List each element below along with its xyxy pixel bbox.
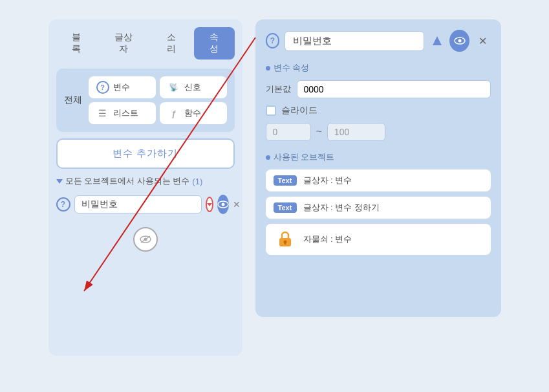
right-help-icon[interactable]: ? [266,33,280,49]
tab-sound[interactable]: 소리 [151,27,191,60]
dropdown-arrow-icon [207,203,212,206]
category-variable-label: 변수 [113,82,130,93]
range-min-input[interactable] [266,123,311,141]
eye-icon [217,201,229,208]
collapse-icon [56,179,63,184]
range-max-input[interactable] [327,123,385,141]
section-header-text: 모든 오브젝트에서 사용되는 변수 [65,175,190,187]
slide-checkbox[interactable] [266,105,276,116]
category-func-label: 함수 [184,107,201,119]
var-properties-section: 변수 속성 [266,62,491,74]
bottom-eye-icon [140,235,151,243]
default-value-row: 기본값 [266,80,491,98]
list-icon: ☰ [96,107,109,120]
used-item-3-badge [274,229,297,250]
right-panel: ? ✕ 변수 속성 기본값 [255,19,501,317]
right-variable-name-input[interactable] [285,31,424,51]
default-value-label: 기본값 [266,83,292,95]
lock-icon [275,229,295,248]
category-signal-label: 신호 [184,82,201,93]
variable-close-button[interactable]: ✕ [233,197,241,212]
svg-point-9 [458,39,461,43]
category-list[interactable]: ☰ 리스트 [89,102,156,124]
func-icon: ƒ [167,107,180,120]
category-list-label: 리스트 [113,107,138,119]
category-all-label: 전체 [64,94,82,106]
used-item-3-text: 자물쇠 : 변수 [303,234,352,245]
signal-icon: 📡 [167,81,180,94]
variable-help-icon[interactable]: ? [56,197,70,212]
left-panel: 블록 글상자 소리 속성 전체 ? 변수 📡 신호 ☰ 리스트 [48,19,242,356]
category-func[interactable]: ƒ 함수 [160,102,227,124]
svg-point-1 [221,203,224,206]
used-item-1[interactable]: Text 글상자 : 변수 [266,169,491,191]
used-objects-label: 사용된 오브젝트 [274,151,335,163]
used-objects-section: 사용된 오브젝트 [266,151,491,163]
var-properties-label: 변수 속성 [274,62,310,74]
variable-eye-button[interactable] [217,195,229,214]
sort-icon[interactable] [429,32,444,49]
bottom-eye-button[interactable] [133,227,158,252]
category-grid: 전체 ? 변수 📡 신호 ☰ 리스트 ƒ 함수 [56,69,235,132]
used-item-3[interactable]: 자물쇠 : 변수 [266,224,491,255]
used-item-2-text: 글상자 : 변수 정하기 [303,202,380,213]
range-row: ~ [266,123,491,141]
used-item-1-badge: Text [274,175,297,186]
category-items: ? 변수 📡 신호 ☰ 리스트 ƒ 함수 [89,76,227,124]
section-dot [266,66,270,71]
category-variable[interactable]: ? 변수 [89,76,156,98]
variable-dropdown-button[interactable] [206,197,213,212]
right-eye-icon [454,37,466,45]
variable-row: ? ✕ [56,193,235,215]
tab-block[interactable]: 블록 [56,27,97,60]
add-variable-button[interactable]: 변수 추가하기 [56,138,235,169]
variable-name-input[interactable] [74,195,202,213]
category-signal[interactable]: 📡 신호 [160,76,227,98]
right-panel-header: ? ✕ [266,30,491,52]
right-close-button[interactable]: ✕ [475,32,491,50]
svg-rect-12 [284,242,286,245]
section-header: 모든 오브젝트에서 사용되는 변수 (1) [56,175,235,187]
slide-checkbox-row: 슬라이드 [266,105,491,116]
section-count: (1) [192,177,202,186]
right-eye-button[interactable] [449,30,469,52]
variable-icon: ? [96,81,109,94]
tab-properties[interactable]: 속성 [194,27,235,60]
slide-label: 슬라이드 [281,105,318,116]
bottom-area [56,227,235,252]
used-item-2-badge: Text [274,202,297,213]
used-item-2[interactable]: Text 글상자 : 변수 정하기 [266,197,491,219]
default-value-input[interactable] [297,80,491,98]
range-tilde: ~ [316,126,322,138]
tab-bar: 블록 글상자 소리 속성 [56,27,235,60]
tab-text[interactable]: 글상자 [99,27,148,60]
svg-marker-7 [433,36,442,45]
used-dot [266,155,270,160]
used-item-1-text: 글상자 : 변수 [303,175,352,186]
